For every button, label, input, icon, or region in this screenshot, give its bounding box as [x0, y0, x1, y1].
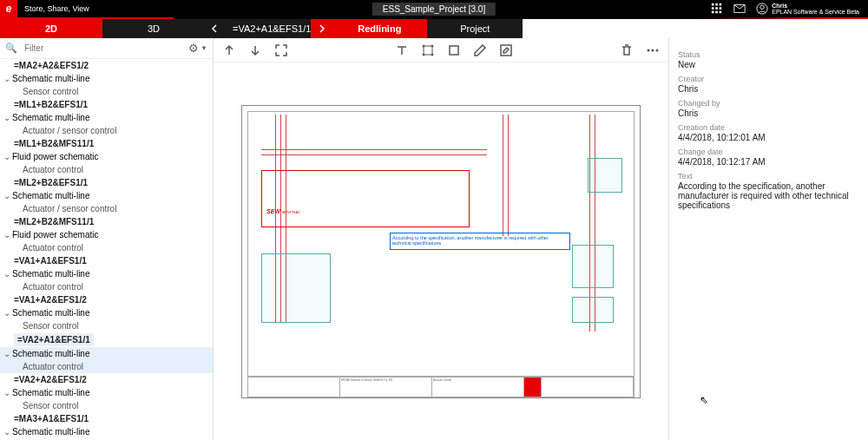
tree-item-code[interactable]: =MA3+A1&EFS1/1 [0, 412, 213, 425]
tree-item-sub[interactable]: Sensor control [0, 85, 213, 98]
prev-page-button[interactable] [205, 19, 226, 38]
tree-item-type[interactable]: ⌄Fluid power schematic [0, 150, 213, 163]
svg-rect-1 [715, 3, 718, 6]
eplan-logo: e [0, 0, 17, 17]
redline-annotation[interactable]: According to the specification, another … [390, 233, 570, 250]
canvas-area: SEW MOVITRAC According to the specificat… [214, 38, 668, 440]
redline-marker[interactable] [261, 170, 470, 227]
status-label: Status [678, 50, 859, 59]
tree-item-sub[interactable]: Actuator control [0, 241, 213, 254]
svg-point-14 [431, 45, 433, 47]
tree-item-sub[interactable]: Actuator control [0, 163, 213, 176]
svg-point-11 [760, 5, 764, 9]
navigator-sidebar: 🔍 ⚙ ▼ =MA2+A2&EFS1/2⌄Schematic multi-lin… [0, 38, 214, 440]
svg-point-15 [423, 54, 424, 56]
project-title: ESS_Sample_Project [3.0] [372, 3, 496, 16]
tree-item-code[interactable]: =VA2+A2&EFS1/2 [0, 373, 213, 386]
svg-point-16 [431, 54, 433, 56]
svg-rect-2 [720, 3, 722, 6]
status-value: New [678, 60, 859, 69]
title-block: EPLAN Software & Service GmbH & Co. KG A… [247, 377, 635, 397]
tree-item-type[interactable]: ⌄Schematic multi-line [0, 386, 213, 399]
text-tool-icon[interactable] [395, 43, 409, 57]
tree-item-code[interactable]: =ML1+B2&EFS1/1 [0, 98, 213, 111]
text-value: According to the specification, another … [678, 181, 859, 210]
details-panel: Status New Creator Chris Changed by Chri… [668, 38, 868, 440]
svg-point-21 [656, 49, 659, 51]
settings-icon[interactable]: ⚙ [188, 42, 199, 55]
user-name: Chris [772, 3, 859, 9]
edit-tool-icon[interactable] [499, 43, 513, 57]
dropdown-icon[interactable]: ▼ [201, 44, 207, 52]
filter-row: 🔍 ⚙ ▼ [0, 38, 213, 59]
tree-item-type[interactable]: ⌄Fluid power schematic [0, 228, 213, 241]
viewer-toolbar [214, 38, 668, 62]
brand-text: Store, Share, View [24, 4, 89, 13]
tree-item-type[interactable]: ⌄Schematic multi-line [0, 425, 213, 438]
tree-item-code[interactable]: =MA2+A2&EFS1/2 [0, 59, 213, 72]
tree-item-type[interactable]: ⌄Schematic multi-line [0, 306, 213, 319]
tab-project[interactable]: Project [427, 19, 523, 38]
tree-item-code[interactable]: =VA1+A1&EFS1/1 [0, 254, 213, 267]
tree-item-type[interactable]: ⌄Schematic multi-line [0, 189, 213, 202]
mail-icon[interactable] [733, 3, 746, 15]
rectangle-tool-icon[interactable] [447, 43, 461, 57]
tab-2d[interactable]: 2D [0, 19, 102, 38]
tree-item-sub[interactable]: Actuator control [0, 360, 213, 373]
svg-point-13 [423, 45, 424, 47]
svg-point-19 [648, 49, 650, 51]
changedby-value: Chris [678, 108, 859, 118]
tree-item-sub[interactable]: Actuator / sensor control [0, 124, 213, 137]
apps-icon[interactable] [711, 3, 723, 15]
arrow-down-icon[interactable] [248, 43, 262, 57]
fit-screen-icon[interactable] [274, 43, 288, 57]
svg-rect-12 [424, 46, 432, 55]
tree-item-type[interactable]: ⌄Schematic multi-line [0, 347, 213, 360]
pencil-tool-icon[interactable] [473, 43, 487, 57]
tree-item-sub[interactable]: Actuator control [0, 280, 213, 293]
delete-icon[interactable] [620, 43, 634, 57]
tree-item-code[interactable]: =ML2+B2&MFS11/1 [0, 215, 213, 228]
filter-input[interactable] [21, 42, 185, 55]
svg-rect-0 [712, 3, 714, 6]
next-page-button[interactable] [311, 19, 332, 38]
tab-redlining[interactable]: Redlining [332, 19, 427, 38]
svg-rect-5 [720, 7, 722, 10]
text-label: Text [678, 172, 859, 181]
tree-item-sub[interactable]: Sensor control [0, 399, 213, 412]
page-tree[interactable]: =MA2+A2&EFS1/2⌄Schematic multi-lineSenso… [0, 59, 213, 440]
arrow-up-icon[interactable] [222, 43, 236, 57]
tree-item-code[interactable]: =ML1+B2&MFS11/1 [0, 137, 213, 150]
creator-label: Creator [678, 75, 859, 83]
tab-3d[interactable]: 3D [102, 19, 205, 38]
svg-rect-7 [715, 11, 718, 14]
user-block[interactable]: Chris EPLAN Software & Service Beta [756, 3, 859, 15]
topbar: e Store, Share, View ESS_Sample_Project … [0, 0, 868, 17]
user-icon [756, 3, 768, 15]
changed-value: 4/4/2018, 10:12:17 AM [678, 157, 859, 167]
tab-bar: 2D 3D =VA2+A1&EFS1/1 Redlining Project [0, 19, 868, 38]
changedby-label: Changed by [678, 99, 859, 108]
tree-item-code[interactable]: =VA1+A2&EFS1/2 [0, 293, 213, 306]
page-path: =VA2+A1&EFS1/1 [226, 19, 311, 38]
tree-item-type[interactable]: ⌄Schematic multi-line [0, 111, 213, 124]
more-icon[interactable] [646, 43, 660, 57]
changed-label: Change date [678, 148, 859, 156]
user-org: EPLAN Software & Service Beta [772, 9, 859, 15]
tree-item-type[interactable]: ⌄Schematic multi-line [0, 72, 213, 85]
svg-rect-18 [501, 45, 511, 56]
tree-item-sub[interactable]: Actuator / sensor control [0, 202, 213, 215]
creator-value: Chris [678, 84, 859, 94]
vendor-label: SEW MOVITRAC [266, 208, 300, 214]
svg-rect-6 [712, 11, 714, 14]
schematic-sheet: SEW MOVITRAC According to the specificat… [241, 105, 641, 398]
select-tool-icon[interactable] [421, 43, 435, 57]
tree-item-code[interactable]: =VA2+A1&EFS1/1 [0, 332, 213, 347]
drawing-viewport[interactable]: SEW MOVITRAC According to the specificat… [214, 62, 668, 440]
tree-item-sub[interactable]: Sensor control [0, 319, 213, 332]
svg-rect-8 [720, 11, 722, 14]
tree-item-type[interactable]: ⌄Schematic multi-line [0, 267, 213, 280]
svg-rect-3 [712, 7, 714, 10]
created-label: Creation date [678, 123, 859, 132]
tree-item-code[interactable]: =ML2+B2&EFS1/1 [0, 176, 213, 189]
